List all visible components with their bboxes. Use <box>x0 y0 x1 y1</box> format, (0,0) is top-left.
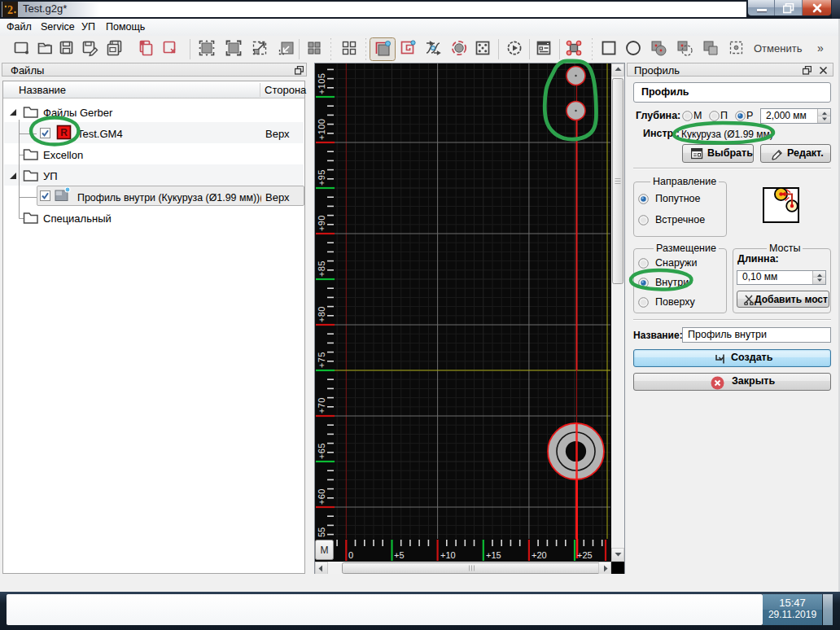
svg-text:2: 2 <box>7 4 13 16</box>
svg-text:+70: +70 <box>317 397 326 413</box>
svg-text:+15: +15 <box>486 550 501 560</box>
svg-text:+100: +100 <box>317 119 326 140</box>
svg-text:+85: +85 <box>317 260 326 277</box>
svg-text:+90: +90 <box>317 215 326 231</box>
svg-text:55: 55 <box>317 527 326 537</box>
svg-text:+20: +20 <box>532 550 547 560</box>
svg-text:»: » <box>817 42 824 55</box>
svg-text:Отменить: Отменить <box>754 42 803 55</box>
svg-text:+60: +60 <box>317 488 326 505</box>
svg-text:+80: +80 <box>317 306 326 322</box>
svg-text:+25: +25 <box>577 550 593 560</box>
svg-text:+105: +105 <box>317 73 326 94</box>
svg-text:0: 0 <box>348 550 353 560</box>
svg-text:+10: +10 <box>440 550 456 560</box>
svg-text:+5: +5 <box>394 550 405 560</box>
svg-text:+95: +95 <box>317 169 326 186</box>
svg-text:+65: +65 <box>317 443 326 459</box>
svg-text:+75: +75 <box>317 352 326 368</box>
svg-text:M: M <box>321 545 329 556</box>
